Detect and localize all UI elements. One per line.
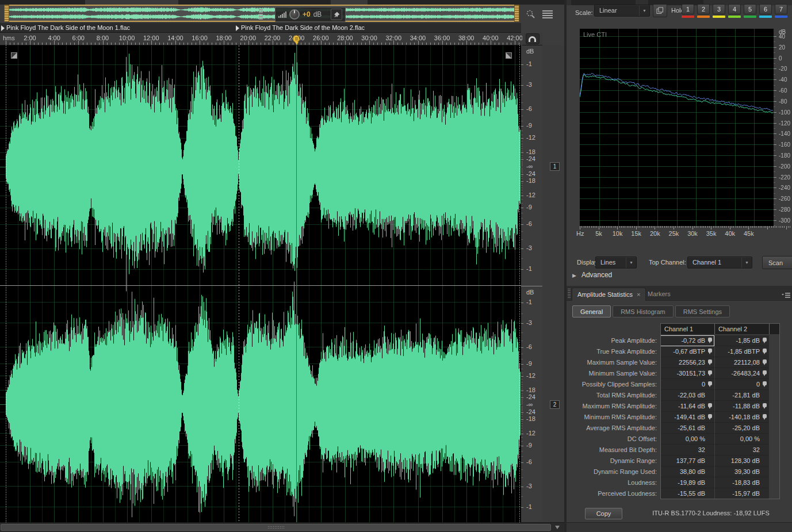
horizontal-scrollbar[interactable]	[0, 522, 564, 532]
pin-hud-button[interactable]	[331, 9, 342, 20]
stats-cell-ch1[interactable]: -11,64 dB	[660, 401, 714, 412]
hold-button-3[interactable]: 3	[713, 4, 725, 14]
snap-toggle[interactable]	[522, 33, 542, 45]
timeline-tick	[466, 41, 467, 45]
navigator-left-handle[interactable]	[4, 5, 9, 22]
waveform-display[interactable]	[0, 45, 521, 522]
stats-cell-ch2[interactable]: -11,88 dB	[714, 401, 769, 412]
location-pin-icon[interactable]	[763, 381, 767, 385]
stats-cell-ch1[interactable]: 22556,23	[660, 357, 714, 368]
stats-cell-ch2[interactable]: -1,85 dBTP	[714, 346, 769, 357]
stats-cell-ch2[interactable]: 39,30 dB	[714, 466, 769, 477]
hz-tick	[606, 226, 607, 228]
location-pin-icon[interactable]	[708, 338, 712, 342]
stats-cell-ch1[interactable]: 0	[660, 379, 714, 390]
scale-dropdown[interactable]: Linear ▼	[594, 5, 650, 17]
frequency-analysis-plot[interactable]: Live CTI	[580, 29, 774, 226]
volume-knob[interactable]	[289, 9, 300, 20]
scrollbar-options-icon[interactable]	[555, 526, 560, 529]
stats-value: 0,00 %	[686, 435, 705, 442]
panel-menu-icon[interactable]	[782, 290, 790, 301]
stats-cell-ch2[interactable]: -15,97 dB	[714, 488, 769, 499]
panel-grip[interactable]	[568, 289, 571, 298]
stats-cell-ch1[interactable]: -0,72 dB	[660, 335, 714, 346]
stats-value: -18,83 dB	[732, 479, 760, 486]
hold-button-2[interactable]: 2	[697, 4, 710, 14]
location-pin-icon[interactable]	[763, 338, 767, 342]
stats-cell-ch1[interactable]: -30151,73	[660, 368, 714, 379]
location-pin-icon[interactable]	[708, 349, 712, 353]
stats-cell-ch1[interactable]: -22,03 dB	[660, 390, 714, 401]
navigator-right-handle[interactable]	[514, 5, 519, 22]
stats-cell-ch1[interactable]: 32	[660, 445, 714, 456]
location-pin-icon[interactable]	[708, 414, 712, 418]
stats-cell-ch2[interactable]: -26483,24	[714, 368, 769, 379]
stats-cell-ch2[interactable]: 32	[714, 445, 769, 456]
hold-button-1[interactable]: 1	[682, 4, 694, 14]
fade-out-handle[interactable]	[506, 52, 512, 59]
tab-amplitude-statistics[interactable]: Amplitude Statistics×	[572, 288, 646, 301]
stats-cell-ch2[interactable]: 22112,08	[714, 357, 769, 368]
location-pin-icon[interactable]	[708, 381, 712, 385]
scan-button[interactable]: Scan	[762, 256, 792, 269]
channel-1-badge[interactable]: 1	[550, 162, 560, 171]
stats-cell-ch1[interactable]: -15,55 dB	[660, 488, 714, 499]
hold-button-5[interactable]: 5	[744, 4, 756, 14]
stats-cell-ch1[interactable]: 0,00 %	[660, 434, 714, 445]
timeline-ruler[interactable]: hms 2:004:006:008:0010:0012:0014:0016:00…	[0, 33, 521, 45]
hold-button-6[interactable]: 6	[759, 4, 772, 14]
playhead-pin[interactable]	[293, 35, 300, 43]
stats-cell-ch1[interactable]: 38,80 dB	[660, 466, 714, 477]
location-pin-icon[interactable]	[708, 370, 712, 374]
subtab-rms-settings[interactable]: RMS Settings	[675, 305, 730, 317]
location-pin-icon[interactable]	[763, 414, 767, 418]
gain-value[interactable]: +0	[303, 10, 311, 18]
stats-cell-ch2[interactable]: 0,00 %	[714, 434, 769, 445]
stats-cell-ch1[interactable]: -0,67 dBTP	[660, 346, 714, 357]
location-pin-icon[interactable]	[763, 349, 767, 353]
stats-cell-ch2[interactable]: -25,20 dB	[714, 423, 769, 434]
stats-cell-ch2[interactable]: 0	[714, 379, 769, 390]
stats-cell-ch2[interactable]: -140,18 dB	[714, 412, 769, 423]
subtab-general[interactable]: General	[572, 305, 611, 317]
scrollbar-thumb[interactable]	[1, 524, 551, 531]
stats-cell-ch2[interactable]: 128,30 dB	[714, 456, 769, 466]
zoom-reset-icon[interactable]	[524, 8, 538, 21]
clip-label-2[interactable]: Pink Floyd The Dark Side of the Moon 2.f…	[236, 24, 520, 32]
close-icon[interactable]: ×	[637, 291, 640, 298]
cut-tab	[331, 0, 368, 5]
top-channel-dropdown[interactable]: Channel 1 ▼	[687, 257, 752, 269]
clip-label-1[interactable]: Pink Floyd The Dark Side of the Moon 1.f…	[1, 24, 234, 32]
db-minor-tick	[521, 409, 523, 410]
subtab-rms-histogram[interactable]: RMS Histogram	[613, 305, 674, 317]
location-pin-icon[interactable]	[708, 359, 712, 363]
hold-button-4[interactable]: 4	[728, 4, 741, 14]
db-minor-tick	[521, 441, 523, 442]
db-ruler-ch2[interactable]: dB-1-1-3-3-6-6-9-9-12-12-18-18-24-24-∞	[521, 286, 542, 522]
copy-graph-button[interactable]	[653, 4, 667, 17]
stats-cell-ch1[interactable]: -19,89 dB	[660, 477, 714, 488]
fade-in-handle[interactable]	[11, 52, 17, 59]
location-pin-icon[interactable]	[763, 403, 767, 407]
stats-cell-ch1[interactable]: 137,77 dB	[660, 456, 714, 466]
stats-cell-ch1[interactable]: -25,61 dB	[660, 423, 714, 434]
tab-markers[interactable]: Markers	[641, 288, 677, 301]
stats-cell-ch1[interactable]: -149,41 dB	[660, 412, 714, 423]
hud-drag-grip[interactable]	[259, 9, 263, 20]
time-format-label[interactable]: hms	[3, 35, 15, 41]
advanced-toggle[interactable]: ▶Advanced	[572, 271, 641, 281]
timeline-tick	[22, 43, 22, 45]
stats-cell-ch2[interactable]: -18,83 dB	[714, 477, 769, 488]
copy-button[interactable]: Copy	[585, 508, 622, 519]
location-pin-icon[interactable]	[708, 403, 712, 407]
stats-cell-ch2[interactable]: -21,81 dB	[714, 390, 769, 401]
db-ruler-ch1[interactable]: dB-1-1-3-3-6-6-9-9-12-12-18-18-24-24-∞	[521, 45, 542, 286]
channel-2-badge[interactable]: 2	[550, 400, 560, 409]
display-dropdown[interactable]: Lines ▼	[595, 257, 637, 269]
location-pin-icon[interactable]	[763, 359, 767, 363]
hold-button-7[interactable]: 7	[775, 4, 787, 14]
db-tick	[521, 152, 523, 153]
location-pin-icon[interactable]	[763, 370, 767, 374]
panel-menu-icon[interactable]	[541, 10, 554, 19]
stats-cell-ch2[interactable]: -1,85 dB	[714, 335, 769, 346]
